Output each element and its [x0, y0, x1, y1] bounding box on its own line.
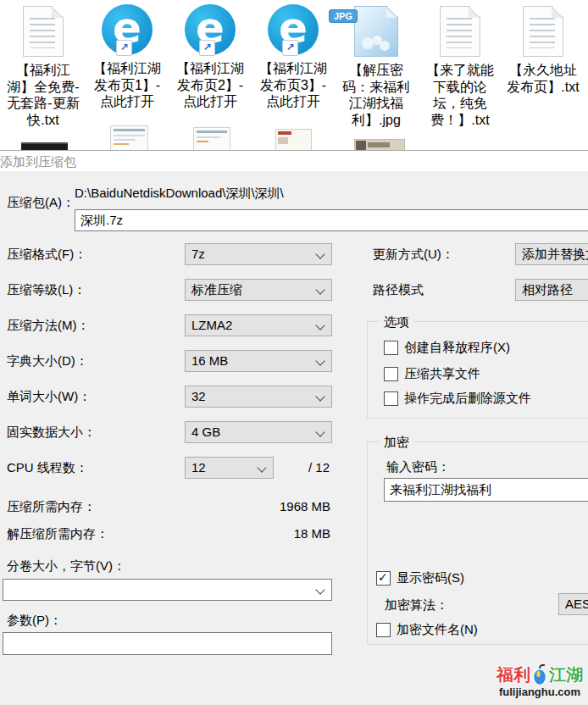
volume-size-combobox[interactable]	[3, 579, 332, 601]
chevron-down-icon	[315, 249, 325, 258]
desktop-icon-label: 【永久地址发布页】.txt	[504, 62, 582, 95]
checkbox-icon	[384, 367, 398, 381]
desktop-icon-password-jpg[interactable]: JPG 【解压密码：来福利江湖找福利】.jpg	[335, 4, 418, 128]
text-file-icon	[502, 6, 585, 60]
path-mode-label: 路径模式	[373, 282, 424, 298]
add-to-archive-dialog: 添加到压缩包 压缩包(A)： D:\BaiduNetdiskDownload\深…	[0, 150, 588, 705]
jpg-file-icon: JPG	[335, 6, 418, 60]
desktop-icon-label: 【解压密码：来福利江湖找福利】.jpg	[337, 62, 415, 128]
desktop-icon-fabu1-shortcut[interactable]: e ↗ 【福利江湖发布页1】-点此打开	[86, 4, 169, 110]
cpu-threads-select[interactable]: 12	[185, 457, 274, 479]
decompress-memory-label: 解压缩所需内存：	[7, 526, 108, 542]
dialog-title: 添加到压缩包	[0, 154, 76, 170]
word-size-select[interactable]: 32	[185, 386, 332, 408]
format-select[interactable]: 7z	[185, 243, 332, 265]
mouse-icon	[531, 663, 548, 686]
checkbox-icon	[384, 341, 398, 355]
chevron-down-icon	[257, 463, 266, 472]
level-select[interactable]: 标准压缩	[185, 279, 332, 301]
path-mode-value: 相对路径	[522, 282, 573, 297]
desktop-icon-fabu3-shortcut[interactable]: e ↗ 【福利江湖发布页3】-点此打开	[252, 4, 335, 110]
checkbox-icon	[376, 571, 391, 586]
compress-shared-checkbox[interactable]: 压缩共享文件	[384, 366, 480, 382]
jpg-badge: JPG	[329, 9, 358, 23]
desktop-icon-permanent-txt[interactable]: 【永久地址发布页】.txt	[502, 4, 585, 95]
encryption-group: 加密 输入密码： 显示密码(S) 加密算法： AES-2 加密文件名(N)	[367, 441, 588, 645]
chevron-down-icon	[315, 585, 325, 594]
edge-browser-icon: e ↗	[169, 4, 252, 58]
dictionary-label: 字典大小(D)：	[7, 353, 88, 369]
word-size-value: 32	[191, 389, 206, 403]
checkbox-label: 显示密码(S)	[397, 570, 464, 586]
update-mode-select[interactable]: 添加并替换文	[515, 243, 588, 265]
parameters-input[interactable]	[3, 632, 332, 655]
thumbnail-image[interactable]	[275, 129, 312, 153]
method-value: LZMA2	[191, 318, 232, 332]
watermark-text-right: 江湖	[549, 663, 583, 686]
options-group: 选项 创建自释放程序(X) 压缩共享文件 操作完成后删除源文件	[367, 321, 588, 419]
chevron-down-icon	[315, 285, 325, 294]
password-input[interactable]	[384, 478, 588, 502]
shortcut-arrow-icon: ↗	[282, 40, 298, 56]
path-mode-select[interactable]: 相对路径	[515, 279, 588, 301]
level-value: 标准压缩	[191, 282, 242, 297]
checkbox-label: 压缩共享文件	[404, 366, 480, 382]
format-value: 7z	[191, 247, 205, 261]
desktop-icon-fabu2-shortcut[interactable]: e ↗ 【福利江湖发布页2】-点此打开	[169, 4, 252, 110]
checkbox-label: 创建自释放程序(X)	[404, 340, 510, 356]
desktop-icon-fulijianghu-txt[interactable]: 【福利江湖】全免费-无套路-更新快.txt	[2, 4, 85, 128]
watermark-text-left: 福利	[496, 663, 530, 686]
encrypt-filenames-checkbox[interactable]: 加密文件名(N)	[376, 622, 478, 638]
fulijianghu-watermark: 福利 江湖 fulijianghu.com	[496, 663, 583, 698]
desktop-icon-label: 【来了就能下载的论坛，纯免费！】.txt	[421, 62, 499, 128]
chevron-down-icon	[315, 391, 325, 401]
cpu-threads-label: CPU 线程数：	[7, 460, 88, 476]
edge-browser-icon: e ↗	[86, 4, 169, 58]
checkbox-icon	[376, 623, 391, 637]
compress-memory-value: 1968 MB	[185, 499, 330, 513]
thumbnail-image[interactable]	[110, 125, 148, 153]
thumbnail-image[interactable]	[193, 127, 230, 153]
encryption-method-select[interactable]: AES-2	[558, 593, 588, 615]
solid-size-select[interactable]: 4 GB	[185, 421, 332, 443]
level-label: 压缩等级(L)：	[7, 282, 86, 298]
update-mode-value: 添加并替换文	[522, 247, 588, 261]
desktop-icon-label: 【福利江湖】全免费-无套路-更新快.txt	[4, 62, 82, 128]
cpu-threads-value: 12	[191, 460, 206, 475]
solid-size-label: 固实数据大小：	[7, 425, 96, 441]
desktop-icon-label: 【福利江湖发布页3】-点此打开	[254, 60, 332, 110]
parameters-label: 参数(P)：	[7, 613, 62, 629]
chevron-down-icon	[315, 320, 325, 330]
chevron-down-icon	[315, 427, 325, 436]
desktop-icon-forum-txt[interactable]: 【来了就能下载的论坛，纯免费！】.txt	[419, 4, 502, 128]
archive-directory: D:\BaiduNetdiskDownload\深圳\深圳\	[75, 186, 284, 202]
archive-filename-input[interactable]	[75, 209, 588, 231]
create-sfx-checkbox[interactable]: 创建自释放程序(X)	[384, 340, 510, 356]
method-label: 压缩方法(M)：	[7, 318, 90, 334]
desktop-icon-label: 【福利江湖发布页2】-点此打开	[171, 60, 249, 110]
edge-browser-icon: e ↗	[252, 4, 335, 58]
compress-memory-label: 压缩所需内存：	[7, 499, 96, 515]
volume-size-label: 分卷大小，字节(V)：	[7, 558, 125, 575]
checkbox-label: 加密文件名(N)	[397, 622, 478, 638]
dialog-titlebar: 添加到压缩包	[0, 151, 588, 171]
archive-label: 压缩包(A)：	[7, 195, 75, 211]
desktop: 【福利江湖】全免费-无套路-更新快.txt e ↗ 【福利江湖发布页1】-点此打…	[0, 0, 588, 705]
dialog-body: 压缩包(A)： D:\BaiduNetdiskDownload\深圳\深圳\ 压…	[0, 171, 588, 705]
method-select[interactable]: LZMA2	[185, 314, 332, 336]
show-password-checkbox[interactable]: 显示密码(S)	[376, 570, 464, 586]
checkbox-icon	[384, 391, 398, 406]
word-size-label: 单词大小(W)：	[7, 389, 91, 405]
shortcut-arrow-icon: ↗	[116, 40, 132, 56]
encryption-method-value: AES-2	[565, 597, 588, 611]
delete-after-checkbox[interactable]: 操作完成后删除源文件	[384, 391, 531, 407]
watermark-domain: fulijianghu.com	[496, 686, 583, 698]
dictionary-value: 16 MB	[191, 353, 228, 368]
shortcut-arrow-icon: ↗	[199, 40, 215, 56]
solid-size-value: 4 GB	[191, 425, 220, 439]
dictionary-select[interactable]: 16 MB	[185, 350, 332, 372]
desktop-icon-label: 【福利江湖发布页1】-点此打开	[88, 60, 166, 110]
checkbox-label: 操作完成后删除源文件	[404, 391, 531, 407]
encryption-method-label: 加密算法：	[385, 597, 448, 613]
text-file-icon	[2, 6, 85, 60]
